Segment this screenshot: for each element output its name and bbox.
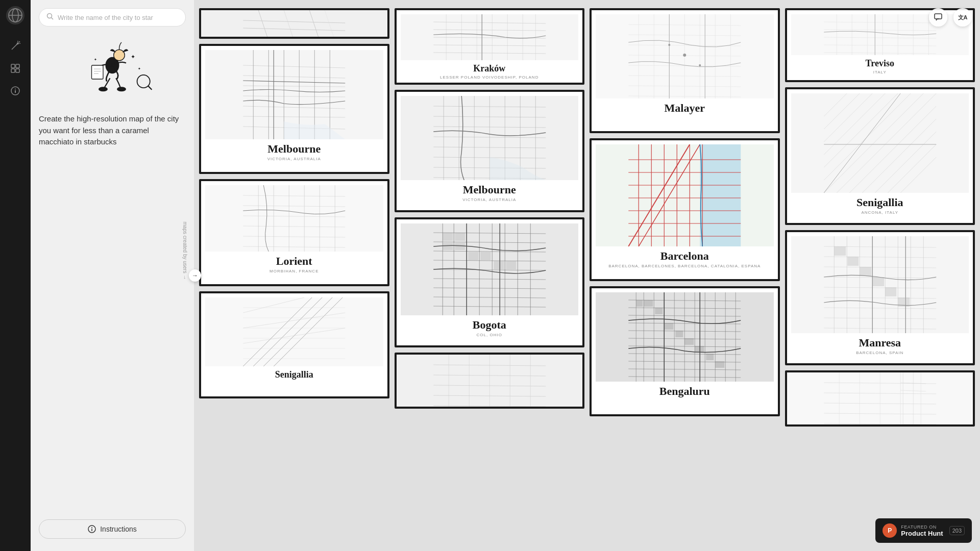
svg-line-39: [309, 10, 320, 39]
info-icon[interactable]: [6, 82, 24, 100]
svg-rect-10: [16, 64, 19, 68]
svg-rect-267: [898, 297, 910, 307]
krakow-title: Kraków: [401, 63, 579, 74]
svg-rect-12: [16, 69, 19, 72]
svg-rect-206: [636, 300, 643, 307]
svg-line-38: [284, 10, 294, 39]
city-search-input[interactable]: [58, 14, 178, 21]
product-hunt-badge[interactable]: P FEATURED ON Product Hunt 203: [875, 518, 972, 543]
treviso-subtitle: ITALY: [791, 70, 969, 74]
malayer-title: Malayer: [596, 102, 774, 115]
svg-point-5: [17, 42, 19, 44]
map-card-barcelona[interactable]: Barcelona BARCELONA, BARCELONES, BARCELO…: [590, 138, 780, 281]
search-bar[interactable]: [39, 8, 186, 27]
map-card-malayer[interactable]: Malayer: [590, 8, 780, 133]
map-card-bogota[interactable]: Bogota COL, OHIO: [395, 217, 585, 347]
svg-rect-209: [664, 323, 673, 330]
svg-point-29: [137, 75, 150, 88]
map-column-3: Malayer: [590, 8, 780, 543]
map-card-lorient[interactable]: Lorient MORBIHAN, FRANCE: [199, 179, 389, 286]
map-column-4: Treviso ITALY: [785, 8, 975, 543]
svg-line-245: [824, 267, 936, 268]
scroll-arrow[interactable]: →: [189, 269, 201, 282]
map-card-bengaluru[interactable]: Bengaluru: [590, 286, 780, 416]
svg-point-19: [114, 49, 125, 61]
svg-point-21: [117, 87, 126, 91]
logo[interactable]: [6, 6, 24, 24]
svg-line-78: [243, 297, 304, 313]
senigallia-2-title: Senigallia: [791, 196, 969, 209]
svg-rect-210: [675, 331, 683, 337]
svg-rect-22: [92, 65, 104, 79]
svg-line-112: [433, 260, 546, 261]
manresa-subtitle: BARCELONA, SPAIN: [791, 350, 969, 355]
svg-line-30: [148, 86, 152, 90]
svg-line-237: [824, 93, 885, 155]
instructions-button[interactable]: Instructions: [39, 519, 186, 539]
lorient-title: Lorient: [205, 255, 383, 268]
svg-line-244: [824, 257, 936, 258]
map-card-melbourne-2[interactable]: Melbourne VICTORIA, AUSTRALIA: [395, 90, 585, 212]
ph-featured-label: FEATURED ON: [901, 524, 943, 530]
map-card-melbourne-1[interactable]: Melbourne VICTORIA, AUSTRALIA: [199, 44, 389, 174]
svg-line-218: [824, 45, 936, 46]
map-card-krakow[interactable]: Kraków LESSER POLAND VOIVODESHIP, POLAND: [395, 8, 585, 85]
map-column-2: Kraków LESSER POLAND VOIVODESHIP, POLAND: [395, 8, 585, 543]
maps-created-label: maps created by users →: [183, 222, 188, 280]
svg-point-164: [668, 44, 670, 46]
svg-line-81: [433, 22, 546, 23]
instructions-label: Instructions: [100, 525, 137, 533]
svg-rect-128: [443, 233, 453, 241]
ph-logo-icon: P: [883, 523, 897, 538]
svg-line-36: [243, 28, 345, 31]
svg-line-230: [849, 106, 936, 193]
svg-line-251: [824, 328, 936, 329]
comment-button[interactable]: [929, 8, 947, 27]
treviso-title: Treviso: [791, 58, 969, 69]
svg-rect-34: [935, 14, 942, 19]
left-panel: ✦ ✦ ✦ Create the high-resolution map of …: [31, 0, 194, 551]
map-card-col4-bottom[interactable]: [785, 370, 975, 427]
map-card-senigallia-bottom[interactable]: Senigallia: [199, 291, 389, 398]
layers-icon[interactable]: [6, 59, 24, 78]
svg-line-116: [433, 297, 546, 298]
melbourne-2-title: Melbourne: [401, 183, 579, 196]
svg-line-114: [433, 279, 546, 280]
svg-line-3: [12, 45, 16, 49]
svg-line-117: [433, 306, 546, 307]
translate-button[interactable]: 文A: [953, 8, 972, 27]
melbourne-1-title: Melbourne: [205, 142, 383, 156]
svg-line-232: [875, 132, 936, 193]
svg-point-20: [99, 87, 108, 91]
svg-line-85: [433, 53, 546, 54]
krakow-subtitle: LESSER POLAND VOIVODESHIP, POLAND: [401, 75, 579, 80]
svg-point-165: [699, 64, 701, 66]
search-icon: [46, 13, 54, 22]
svg-line-82: [433, 30, 546, 31]
map-card-manresa[interactable]: Manresa BARCELONA, SPAIN: [785, 230, 975, 365]
manresa-title: Manresa: [791, 336, 969, 349]
svg-line-240: [824, 93, 847, 116]
svg-line-215: [824, 22, 936, 23]
svg-rect-135: [506, 261, 516, 269]
map-card-bottom-partial[interactable]: [395, 353, 585, 409]
svg-rect-266: [885, 287, 896, 296]
svg-rect-211: [684, 338, 694, 345]
svg-point-33: [91, 527, 92, 528]
top-icons: 文A: [929, 8, 972, 27]
map-gallery: Melbourne VICTORIA, AUSTRALIA: [194, 0, 980, 551]
wand-icon[interactable]: [6, 37, 24, 55]
svg-text:✦: ✦: [94, 57, 97, 62]
svg-line-238: [824, 93, 872, 142]
tagline: Create the high-resolution map of the ci…: [39, 113, 186, 148]
svg-line-231: [862, 119, 936, 193]
map-card-top-partial[interactable]: [199, 8, 389, 39]
svg-point-15: [15, 89, 16, 90]
svg-line-248: [824, 297, 936, 298]
svg-line-239: [824, 93, 860, 129]
svg-line-110: [433, 242, 546, 243]
person-svg: ✦ ✦ ✦: [66, 37, 158, 103]
ph-count-badge: 203: [949, 526, 965, 535]
map-card-senigallia-2[interactable]: Senigallia ANCONA, ITALY: [785, 87, 975, 225]
svg-rect-134: [494, 261, 504, 269]
